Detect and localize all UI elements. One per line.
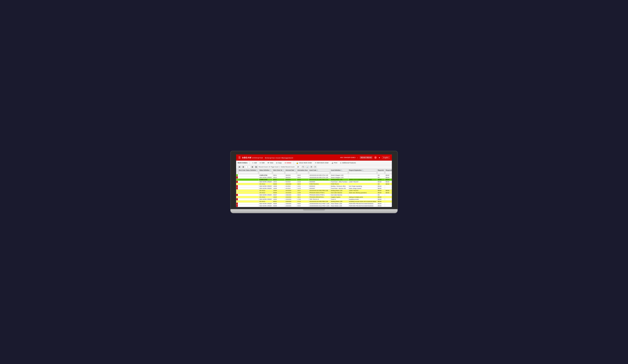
col-info-hour[interactable]: Information Hour [297, 169, 309, 172]
info-hour-cell: 00:00 [297, 205, 309, 207]
search-icon[interactable]: 🔍 [341, 169, 342, 171]
asset-def-cell: Molding Brake-1106 [330, 190, 348, 192]
search-icon[interactable]: 🔍 [256, 169, 258, 171]
table-row[interactable]: NEW WORK ORDER500062/16/202400:001003003… [236, 205, 392, 207]
status-def-cell: NEW WORK ORDER [258, 181, 272, 183]
filter-status-input[interactable] [259, 172, 272, 174]
filter-asset-code-input[interactable] [309, 172, 330, 174]
filter-responsible-input[interactable] [385, 172, 392, 174]
asset-def-cell: Stretch Wrapper-1105 [330, 176, 348, 179]
asset-code-cell: 00000015 [309, 185, 330, 187]
notification-icon[interactable]: 1 [374, 156, 377, 159]
col-responsible[interactable]: Responsible Personnel Definition 🔍 [385, 169, 392, 172]
table-row[interactable]: ON HOLD500083/14/202412:06PROD100-SODCUT… [236, 192, 392, 194]
col-work-order-status[interactable]: Work Order Status Definition 🔍 [238, 169, 259, 172]
filter-hour-input[interactable] [297, 172, 308, 174]
table-row[interactable]: ON HOLD100232/19/202418:11PROD200-IRRIGA… [236, 196, 392, 198]
work-order-status-cell [238, 201, 259, 203]
informed-date-cell: 5/3/2024 [285, 179, 297, 181]
filter-request-input[interactable] [349, 172, 377, 174]
edit-work-order-button[interactable]: ✏ Edit Work Order [314, 161, 329, 164]
col-requester[interactable]: Requester [377, 169, 385, 172]
table-row[interactable]: NEW WORK ORDER500052/16/202400:001003003… [236, 203, 392, 205]
hamburger-icon[interactable]: ☰ [238, 156, 241, 159]
search-icon[interactable]: 🔍 [270, 169, 271, 171]
settings-button[interactable]: ⚙ [310, 166, 313, 168]
close-work-order-button[interactable]: 🔒 Close Work Order [295, 161, 313, 164]
info-hour-cell: 17:14 [297, 201, 309, 203]
info-hour-cell: 12:06 [297, 192, 309, 194]
status-def-cell: NEW WORK ORDER [258, 185, 272, 187]
status-color-indicator [236, 174, 238, 176]
col-wo-no[interactable]: Work Order No 🔍 [273, 169, 285, 172]
table-row[interactable]: NEW WORK ORDER500125/8/202408:0010010010… [236, 176, 392, 179]
asset-code-cell: 1001001001100-SRE-PRB-1106 [309, 190, 330, 192]
filter-hour [297, 172, 309, 174]
app-header: ☰ bBEAM enterprise Enterprise Asset Mana… [236, 154, 392, 161]
informed-date-cell: 2/16/2024 [285, 205, 297, 207]
table-row[interactable]: NEW WORK ORDER500072/26/202408:00PROD100… [236, 194, 392, 196]
table-row[interactable]: ON HOLD500094/19/202408:00FORKTRUCK#1FOR… [236, 183, 392, 185]
prev-page-button[interactable]: ◀ [241, 166, 244, 168]
col-informed-date[interactable]: Informed Date 🔍 [285, 169, 297, 172]
filter-requester-input[interactable] [378, 172, 385, 174]
work-order-no-cell: 50012 [273, 176, 285, 179]
filter-date [285, 172, 297, 174]
print-button[interactable]: 🖨 Print [330, 161, 338, 164]
additional-features-button[interactable]: ≡ Additional Features [339, 161, 357, 164]
filter-wo-status-input[interactable] [238, 172, 258, 174]
work-order-no-cell: 10006 [273, 185, 285, 187]
asset-def-cell: Robot Welder-1209 [330, 203, 348, 205]
table-body: COMPLETED500115/8/202408:001001001001100… [236, 174, 392, 207]
table-row[interactable]: COMPLETED500115/3/202414:321001001001100… [236, 179, 392, 181]
col-request-explanation[interactable]: Request Explanation 🔍 [348, 169, 377, 172]
col-indicator [236, 169, 238, 172]
current-page-input[interactable] [245, 166, 250, 168]
filter-asset-def-input[interactable] [330, 172, 348, 174]
status-color-indicator [236, 187, 238, 190]
table-row[interactable]: ON HOLD100043/14/202419:271001001001100-… [236, 190, 392, 192]
last-page-button[interactable]: ▶| [255, 166, 258, 168]
table-row[interactable]: NEW WORK ORDER100064/1/202414:3100000015… [236, 185, 392, 187]
laptop-notch [303, 209, 325, 211]
next-page-button[interactable]: ▶ [251, 166, 254, 168]
table-row[interactable]: NEW WORK ORDER100022/19/202417:06TRIP-TR… [236, 198, 392, 201]
table-row[interactable]: NEW WORK ORDER100105/2/202422:2800000009… [236, 181, 392, 183]
view-button[interactable]: 👁 View [266, 161, 274, 164]
request-explanation-cell: headlamp broken [348, 198, 377, 201]
export-button[interactable]: 📊 [306, 166, 309, 168]
filter-date-input[interactable] [285, 172, 296, 174]
visible-count-input[interactable] [295, 166, 301, 168]
asset-def-cell: Stretch Wrapper-1105 [330, 174, 348, 176]
first-page-button[interactable]: |◀ [237, 166, 241, 168]
eam-label: Enterprise Asset Management [265, 157, 293, 159]
asset-def-cell: FORKTRUCK [330, 183, 348, 185]
asset-code-cell: 1001001001100-SRE-PRB-1106 [309, 179, 330, 181]
status-def-cell: ON HOLD [258, 192, 272, 194]
table-row[interactable]: COMPLETED500115/8/202408:001001001001100… [236, 174, 392, 176]
search-icon[interactable]: 🔍 [362, 169, 363, 171]
filter-asset-code [309, 172, 330, 174]
search-icon[interactable]: 🔍 [295, 169, 296, 171]
edit-button[interactable]: ✏ Edit [259, 161, 265, 164]
table-row[interactable]: NEW WORK ORDER100054/1/202414:2900000007… [236, 187, 392, 190]
print-label: Print [334, 162, 337, 164]
copy-button[interactable]: ⎘ Copy [275, 161, 283, 164]
add-button[interactable]: + Add [251, 161, 258, 164]
asset-code-cell: TRIP-TRUCK-01 [309, 198, 330, 201]
table-row[interactable]: ON HOLD800012/16/202417:141001001001100-… [236, 201, 392, 203]
delete-button[interactable]: ✕ Delete [284, 161, 292, 164]
search-icon[interactable]: 🔍 [283, 169, 284, 171]
col-asset-def[interactable]: Asset Definition 🔍 [330, 169, 348, 172]
asset-def-cell: Robot Welder-1209 [330, 205, 348, 207]
language-label[interactable]: English [382, 156, 390, 159]
col-asset-code[interactable]: Asset Code 🔍 [309, 169, 330, 172]
refresh-button[interactable]: ↻ [302, 166, 305, 168]
search-icon[interactable]: 🔍 [317, 169, 318, 171]
clear-button[interactable]: ✕ [314, 166, 317, 168]
filter-wo-no-input[interactable] [273, 172, 284, 174]
star-icon[interactable]: ★ [379, 157, 380, 159]
col-status-def[interactable]: Status Definition 🔍 [258, 169, 272, 172]
work-order-no-cell: 50008 [273, 192, 285, 194]
asset-code-cell: 1001001001100-SRE-STW-1105 [309, 174, 330, 176]
